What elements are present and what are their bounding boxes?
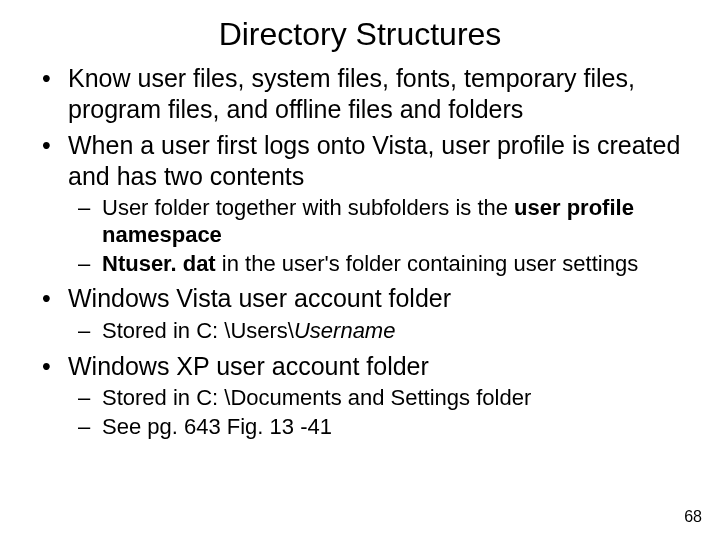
sub-list: User folder together with subfolders is … bbox=[68, 195, 690, 277]
bullet-item: When a user first logs onto Vista, user … bbox=[68, 130, 690, 277]
sub-text-bold: Ntuser. dat bbox=[102, 251, 216, 276]
sub-list: Stored in C: \Users\Username bbox=[68, 318, 690, 345]
bullet-list: Know user files, system files, fonts, te… bbox=[0, 63, 720, 441]
sub-text: See pg. 643 Fig. 13 -41 bbox=[102, 414, 332, 439]
slide: Directory Structures Know user files, sy… bbox=[0, 0, 720, 540]
bullet-text: When a user first logs onto Vista, user … bbox=[68, 131, 680, 190]
bullet-item: Know user files, system files, fonts, te… bbox=[68, 63, 690, 124]
sub-item: Stored in C: \Documents and Settings fol… bbox=[102, 385, 690, 412]
sub-text-italic: Username bbox=[294, 318, 395, 343]
bullet-text: Know user files, system files, fonts, te… bbox=[68, 64, 635, 123]
bullet-item: Windows XP user account folder Stored in… bbox=[68, 351, 690, 441]
slide-title: Directory Structures bbox=[0, 0, 720, 63]
sub-list: Stored in C: \Documents and Settings fol… bbox=[68, 385, 690, 441]
sub-text: Stored in C: \Documents and Settings fol… bbox=[102, 385, 531, 410]
sub-text: User folder together with subfolders is … bbox=[102, 195, 514, 220]
bullet-text: Windows Vista user account folder bbox=[68, 284, 451, 312]
bullet-text: Windows XP user account folder bbox=[68, 352, 429, 380]
sub-text: Stored in C: \Users\ bbox=[102, 318, 294, 343]
sub-item: Stored in C: \Users\Username bbox=[102, 318, 690, 345]
sub-item: User folder together with subfolders is … bbox=[102, 195, 690, 249]
sub-item: Ntuser. dat in the user's folder contain… bbox=[102, 251, 690, 278]
page-number: 68 bbox=[684, 508, 702, 526]
sub-text: in the user's folder containing user set… bbox=[216, 251, 638, 276]
sub-item: See pg. 643 Fig. 13 -41 bbox=[102, 414, 690, 441]
bullet-item: Windows Vista user account folder Stored… bbox=[68, 283, 690, 344]
